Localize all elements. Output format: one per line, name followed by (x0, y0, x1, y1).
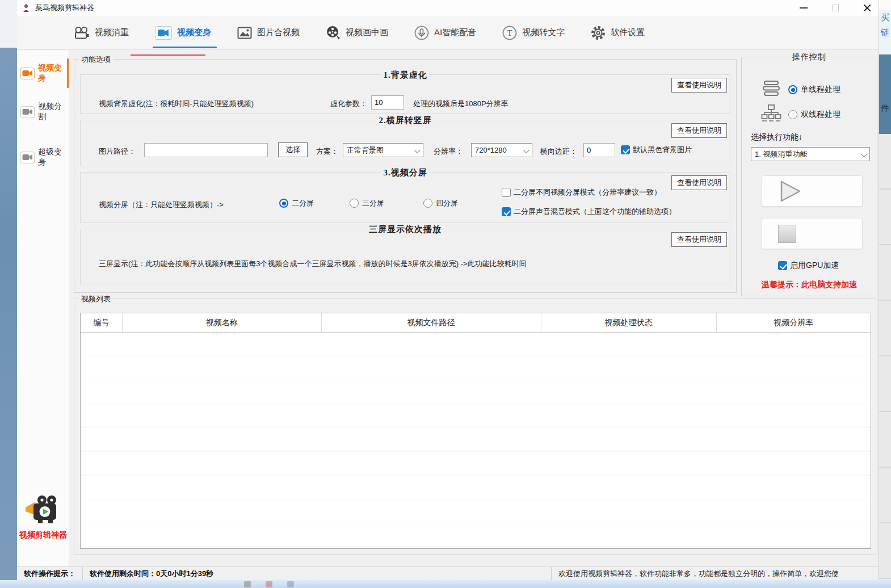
text-t-icon: T (502, 26, 517, 40)
radio-two-split[interactable]: 二分屏 (279, 198, 314, 208)
background-rows-fragment (879, 134, 891, 580)
radio-selected-icon (279, 199, 288, 208)
panel-title: 功能选项 (79, 54, 113, 65)
image-path-input[interactable] (144, 143, 268, 157)
section-triple-screen: 三屏显示依次播放 查看使用说明 三屏显示(注：此功能会按顺序从视频列表里面每3个… (80, 229, 730, 284)
taskbar-icon[interactable] (244, 581, 251, 587)
column-header-resolution[interactable]: 视频分辨率 (717, 313, 871, 332)
video-camera-icon (155, 26, 172, 40)
scheme-label: 方案： (316, 146, 338, 157)
movie-camera-icon (74, 26, 90, 40)
image-path-label: 图片路径： (99, 146, 136, 157)
help-button[interactable]: 查看使用说明 (671, 123, 727, 138)
titlebar: 菜鸟视频剪辑神器 (17, 0, 879, 16)
sidebar-item-super-transform[interactable]: 超级变身 (17, 141, 69, 173)
table-body-empty[interactable] (81, 333, 871, 548)
video-camera-icon (20, 106, 35, 118)
column-header-status[interactable]: 视频处理状态 (541, 313, 717, 332)
execute-function-select[interactable]: 1. 视频消重功能 (751, 147, 870, 161)
dual-thread-icon (761, 104, 781, 124)
split-description: 视频分屏（注：只能处理竖频视频）-> (99, 200, 224, 210)
radio-label: 双线程处理 (801, 110, 840, 120)
checkbox-label: 二分屏声音混音模式（上面这个功能的辅助选项） (514, 207, 676, 217)
gpu-acceleration-checkbox[interactable]: 启用GPU加速 (778, 261, 839, 271)
gear-icon (591, 26, 606, 40)
window-title: 菜鸟视频剪辑神器 (35, 3, 94, 13)
triple-description: 三屏显示(注：此功能会按顺序从视频列表里面每3个视频合成一个三屏显示视频，播放的… (99, 259, 527, 269)
blur-param-label: 虚化参数： (330, 99, 367, 109)
choose-file-button[interactable]: 选择 (278, 142, 308, 157)
help-button[interactable]: 查看使用说明 (671, 175, 727, 190)
help-button[interactable]: 查看使用说明 (671, 232, 727, 247)
section-title: 三屏显示依次播放 (367, 224, 444, 235)
blur-param-input[interactable] (371, 95, 404, 110)
video-list-table: 编号 视频名称 视频文件路径 视频处理状态 视频分辨率 (80, 313, 871, 549)
tab-video-to-text[interactable]: T 视频转文字 (502, 16, 565, 49)
background-text-fragment: 件 (879, 54, 891, 134)
close-button[interactable] (861, 2, 873, 14)
tab-video-transform[interactable]: 视频变身 (155, 16, 211, 49)
video-camera-icon (20, 152, 35, 163)
radio-three-split[interactable]: 三分屏 (350, 198, 384, 208)
sidebar-item-video-transform[interactable]: 视频变身 (17, 57, 69, 89)
tab-image-to-video[interactable]: 图片合视频 (237, 16, 300, 49)
column-header-path[interactable]: 视频文件路径 (322, 313, 541, 332)
scheme-select[interactable]: 正常背景图 (343, 143, 423, 157)
video-editor-logo-icon (24, 494, 62, 527)
tab-settings[interactable]: 软件设置 (591, 16, 645, 49)
tab-ai-voiceover[interactable]: AI智能配音 (414, 16, 476, 49)
stop-icon (778, 225, 796, 243)
column-header-name[interactable]: 视频名称 (123, 313, 322, 332)
blur-description: 视频背景虚化(注：很耗时间-只能处理竖频视频) (99, 99, 254, 109)
column-header-id[interactable]: 编号 (81, 313, 123, 332)
dual-thread-radio[interactable]: 双线程处理 (788, 110, 840, 120)
operation-control-panel: 操作控制 单线程处理 (741, 57, 877, 296)
radio-four-split[interactable]: 四分屏 (423, 198, 458, 208)
split-audio-mix-checkbox[interactable]: 二分屏声音混音模式（上面这个功能的辅助选项） (502, 207, 676, 217)
status-welcome-message: 欢迎使用视频剪辑神器，软件功能非常多，功能都是独立分明的，操作简单，欢迎您使 (552, 567, 879, 580)
maximize-button[interactable] (830, 2, 841, 14)
single-thread-radio[interactable]: 单线程处理 (788, 85, 840, 95)
resolution-value: 720*1280 (475, 146, 507, 154)
checkbox-label: 默认黑色背景图片 (633, 145, 692, 155)
resolution-select[interactable]: 720*1280 (471, 143, 532, 157)
help-button[interactable]: 查看使用说明 (671, 78, 727, 93)
minimize-button[interactable] (798, 2, 809, 14)
app-branding-caption: 视频剪辑神器 (17, 530, 69, 540)
app-branding: 视频剪辑神器 (17, 494, 69, 540)
section-video-splitscreen: 3.视频分屏 查看使用说明 视频分屏（注：只能处理竖频视频）-> 二分屏 三分屏… (80, 172, 730, 223)
nav-tabbar: 视频消重 视频变身 图片合视频 (17, 16, 879, 50)
app-window: 菜鸟视频剪辑神器 视频消重 (17, 0, 879, 580)
black-background-checkbox[interactable]: 默认黑色背景图片 (621, 145, 692, 155)
stop-button[interactable] (762, 218, 863, 249)
film-reel-icon (326, 26, 341, 40)
taskbar-icon[interactable] (266, 581, 272, 587)
single-thread-icon (762, 80, 780, 97)
tab-picture-in-picture[interactable]: 视频画中画 (326, 16, 388, 49)
active-tab-red-indicator (131, 54, 205, 56)
active-tab-underline (153, 47, 217, 48)
checkbox-checked-icon (778, 261, 787, 270)
blur-note: 处理的视频后是1080P分辨率 (413, 99, 508, 109)
background-window-strip: 买链 件 (879, 0, 891, 580)
start-button[interactable] (762, 175, 863, 207)
margin-input[interactable] (583, 143, 615, 157)
radio-label: 三分屏 (362, 198, 384, 208)
taskbar-icon[interactable] (287, 581, 294, 587)
screen: 买链 件 菜鸟视频剪辑神器 (0, 0, 891, 588)
taskbar (0, 580, 891, 588)
tab-video-dedup[interactable]: 视频消重 (74, 16, 129, 49)
app-logo-icon (22, 3, 31, 12)
sidebar: 视频变身 视频分割 超级变身 (17, 51, 69, 566)
section-title: 1.背景虚化 (381, 70, 429, 81)
table-header-row: 编号 视频名称 视频文件路径 视频处理状态 视频分辨率 (81, 313, 871, 333)
section-title: 3.视频分屏 (381, 167, 429, 178)
picture-icon (237, 27, 252, 39)
function-options-panel: 功能选项 1.背景虚化 查看使用说明 视频背景虚化(注：很耗时间-只能处理竖频视… (74, 59, 737, 293)
radio-icon (350, 199, 359, 208)
split-diff-video-checkbox[interactable]: 二分屏不同视频分屏模式（分辨率建议一致） (502, 187, 661, 198)
scheme-value: 正常背景图 (347, 145, 384, 156)
radio-label: 四分屏 (436, 198, 458, 208)
section-background-blur: 1.背景虚化 查看使用说明 视频背景虚化(注：很耗时间-只能处理竖频视频) 虚化… (80, 74, 730, 114)
sidebar-item-video-split[interactable]: 视频分割 (17, 96, 69, 128)
